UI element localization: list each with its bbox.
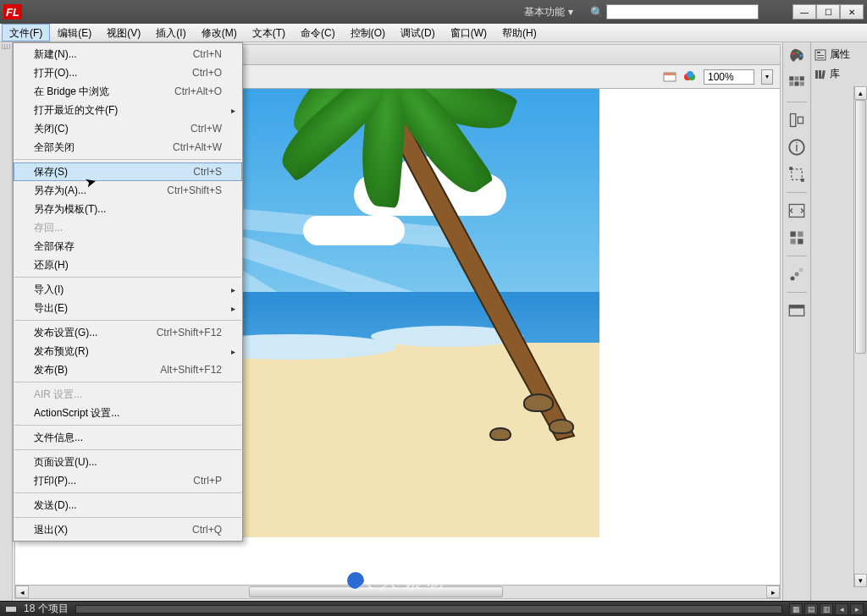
vscroll-thumb[interactable] (855, 100, 866, 354)
workspace-mode-label: 基本功能 (524, 5, 565, 19)
file-menu-item[interactable]: 发送(D)... (14, 496, 242, 514)
timeline-track[interactable] (75, 605, 782, 613)
menu-edit[interactable]: 编辑(E) (50, 24, 99, 41)
library-icon (815, 69, 826, 80)
file-menu-item[interactable]: 打印(P)...Ctrl+P (14, 471, 242, 490)
left-dock (0, 42, 13, 601)
svg-rect-30 (789, 305, 804, 309)
svg-rect-9 (795, 76, 799, 80)
transform-panel-icon[interactable] (787, 165, 806, 184)
timeline-btn-2[interactable]: ▤ (804, 603, 818, 615)
components-panel-icon[interactable] (787, 228, 806, 247)
menu-view[interactable]: 视图(V) (99, 24, 148, 41)
file-menu-item[interactable]: 打开(O)...Ctrl+O (14, 63, 242, 82)
svg-rect-11 (789, 82, 793, 86)
timeline-footer: 18 个项目 ▦ ▤ ▥ ◂ ▸ (0, 601, 867, 616)
menu-debug[interactable]: 调试(D) (393, 24, 443, 41)
svg-rect-20 (801, 179, 804, 182)
svg-rect-33 (817, 55, 824, 56)
info-panel-icon[interactable]: i (787, 138, 806, 157)
svg-rect-12 (795, 82, 799, 86)
file-menu-item[interactable]: 发布(B)Alt+Shift+F12 (14, 360, 242, 379)
search-icon: 🔍 (590, 6, 604, 19)
file-menu-item[interactable]: 导出(E) (14, 299, 242, 317)
file-menu-item[interactable]: 保存(S)Ctrl+S (14, 162, 242, 181)
zoom-dropdown[interactable]: ▾ (761, 69, 773, 85)
menu-window[interactable]: 窗口(W) (443, 24, 494, 41)
file-menu-item[interactable]: 打开最近的文件(F) (14, 101, 242, 119)
timeline-items-label: 18 个项目 (24, 602, 69, 616)
window-minimize-button[interactable] (792, 4, 816, 19)
search-input[interactable] (606, 4, 759, 19)
file-menu-item[interactable]: 在 Bridge 中浏览Ctrl+Alt+O (14, 82, 242, 101)
file-menu-item[interactable]: 文件信息... (14, 428, 242, 447)
watermark-badge (347, 572, 364, 589)
menu-help[interactable]: 帮助(H) (494, 24, 544, 41)
timeline-btn-1[interactable]: ▦ (789, 603, 803, 615)
file-menu-item[interactable]: 导入(I) (14, 280, 242, 299)
file-menu-item[interactable]: 另存为模板(T)... (14, 200, 242, 218)
vertical-scrollbar[interactable]: ▴ ▾ (853, 86, 867, 587)
dock-grip[interactable] (2, 44, 10, 49)
svg-text:i: i (795, 140, 798, 154)
file-menu-item[interactable]: 发布设置(G)...Ctrl+Shift+F12 (14, 323, 242, 342)
properties-panel-button[interactable]: 属性 (815, 47, 864, 62)
file-menu-item[interactable]: 关闭(C)Ctrl+W (14, 119, 242, 138)
svg-point-26 (791, 277, 795, 281)
project-panel-icon[interactable] (787, 301, 806, 320)
scroll-left-arrow[interactable]: ◂ (15, 586, 29, 598)
svg-point-27 (795, 272, 799, 277)
timeline-btn-4[interactable]: ◂ (835, 603, 848, 615)
svg-rect-22 (791, 232, 796, 237)
file-menu-dropdown: 新建(N)...Ctrl+N打开(O)...Ctrl+O在 Bridge 中浏览… (13, 42, 243, 542)
file-menu-item[interactable]: ActionScript 设置... (14, 404, 242, 422)
zoom-input[interactable]: 100% (704, 69, 754, 85)
library-panel-button[interactable]: 库 (815, 67, 864, 81)
menu-insert[interactable]: 插入(I) (148, 24, 193, 41)
timeline-btn-5[interactable]: ▸ (850, 603, 864, 615)
file-menu-item: 存回... (14, 218, 242, 237)
file-menu-item[interactable]: 全部保存 (14, 237, 242, 256)
properties-label: 属性 (830, 47, 850, 62)
menu-text[interactable]: 文本(T) (245, 24, 293, 41)
svg-rect-25 (798, 239, 803, 244)
file-menu-item[interactable]: 退出(X)Ctrl+Q (14, 520, 242, 539)
swatches-panel-icon[interactable] (787, 74, 806, 93)
file-menu-item[interactable]: 全部关闭Ctrl+Alt+W (14, 138, 242, 157)
align-panel-icon[interactable] (787, 111, 806, 129)
svg-rect-19 (789, 167, 792, 170)
menu-modify[interactable]: 修改(M) (194, 24, 245, 41)
svg-point-28 (799, 268, 803, 272)
menu-commands[interactable]: 命令(C) (293, 24, 343, 41)
workspace-mode-dropdown[interactable]: ▾ (568, 6, 573, 18)
svg-rect-36 (819, 70, 821, 79)
svg-rect-14 (791, 114, 796, 127)
svg-rect-21 (789, 205, 804, 217)
svg-rect-13 (800, 82, 804, 86)
menu-control[interactable]: 控制(O) (343, 24, 393, 41)
timeline-btn-3[interactable]: ▥ (820, 603, 833, 615)
timeline-toggle-icon[interactable] (5, 603, 17, 615)
color-panel-icon[interactable] (787, 47, 806, 66)
file-menu-item[interactable]: 页面设置(U)... (14, 453, 242, 471)
file-menu-item[interactable]: 新建(N)...Ctrl+N (14, 45, 242, 63)
svg-point-6 (797, 51, 799, 53)
edit-symbols-icon[interactable] (683, 70, 697, 84)
svg-rect-23 (798, 232, 803, 237)
code-snippets-icon[interactable] (787, 201, 806, 220)
svg-point-4 (687, 71, 693, 78)
file-menu-item[interactable]: 还原(H) (14, 256, 242, 274)
edit-scene-icon[interactable] (663, 70, 676, 84)
motion-presets-icon[interactable] (787, 265, 806, 283)
file-menu-item[interactable]: 发布预览(R) (14, 342, 242, 360)
library-label: 库 (830, 67, 840, 81)
hscroll-thumb[interactable] (249, 586, 503, 597)
window-maximize-button[interactable] (816, 4, 840, 19)
scroll-down-arrow[interactable]: ▾ (854, 574, 867, 587)
file-menu-item[interactable]: 另存为(A)...Ctrl+Shift+S (14, 181, 242, 200)
menu-file[interactable]: 文件(F) (2, 24, 50, 41)
window-close-button[interactable] (840, 4, 864, 19)
horizontal-scrollbar[interactable]: ◂ ▸ (15, 585, 780, 598)
scroll-up-arrow[interactable]: ▴ (854, 86, 867, 100)
scroll-right-arrow[interactable]: ▸ (766, 586, 780, 598)
